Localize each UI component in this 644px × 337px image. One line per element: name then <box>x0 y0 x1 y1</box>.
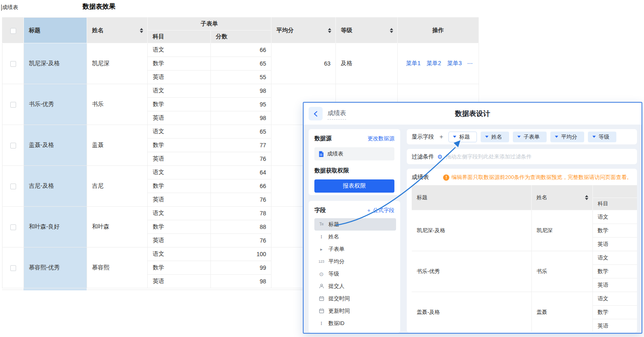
table-row: 盖聂-及格 盖聂 语文 <box>412 292 637 305</box>
col-header-title[interactable]: 标题 <box>24 18 87 43</box>
field-item-title[interactable]: T≡标题 <box>314 218 396 231</box>
grade-cell: 及格 <box>336 43 398 84</box>
field-item-grade[interactable]: ⊙等级 <box>314 268 396 280</box>
subject-cell: 英语 <box>592 237 637 251</box>
actions-cell: 菜单1菜单2菜单3⋯ <box>398 43 479 84</box>
sort-icon-name[interactable] <box>140 28 143 33</box>
back-button[interactable] <box>309 107 323 120</box>
filter-label: 过滤条件 <box>412 153 434 160</box>
subject-cell: 英语 <box>148 193 211 207</box>
fields-section-title: 字段 <box>314 207 326 214</box>
menu2-link[interactable]: 菜单2 <box>427 60 441 66</box>
chip-grade[interactable]: 等级 <box>588 132 616 142</box>
subject-cell: 数学 <box>148 179 211 193</box>
select-all-checkbox[interactable] <box>10 28 16 34</box>
subject-cell: 英语 <box>148 275 211 288</box>
name-cell: 和叶森 <box>87 207 148 247</box>
text-cursor <box>1 5 2 11</box>
report-permission-button[interactable]: 报表权限 <box>314 179 394 193</box>
more-actions-icon[interactable]: ⋯ <box>467 60 473 66</box>
subject-cell: 英语 <box>148 71 211 84</box>
score-cell: 95 <box>211 98 271 111</box>
datasource-item[interactable]: 成绩表 <box>314 147 394 160</box>
subject-cell: 语文 <box>592 251 637 264</box>
row-checkbox[interactable] <box>10 143 16 148</box>
chip-average[interactable]: 平均分 <box>550 132 584 142</box>
subject-cell: 语文 <box>148 166 211 179</box>
datasource-section-title: 数据源 <box>314 135 332 142</box>
preview-col-subject: 科目 <box>592 198 637 210</box>
field-item-update-time[interactable]: 更新时间 <box>314 305 396 317</box>
row-checkbox[interactable] <box>10 184 16 189</box>
subject-cell: 数学 <box>148 261 211 275</box>
radio-field-icon: ⊙ <box>318 271 325 277</box>
chevron-down-icon[interactable] <box>453 136 456 138</box>
expand-arrow-icon[interactable]: ▸ <box>318 247 325 252</box>
subject-cell: 语文 <box>148 84 211 98</box>
designer-table-name[interactable]: 成绩表 <box>328 109 346 120</box>
field-item-submit-time[interactable]: 提交时间 <box>314 292 396 305</box>
warning-icon: ! <box>443 174 449 181</box>
score-cell: 77 <box>211 139 271 152</box>
subject-cell: 语文 <box>592 210 637 224</box>
row-select-cell <box>2 125 24 166</box>
sort-icon-average[interactable] <box>328 28 331 33</box>
table-row: 书乐-优秀 书乐 语文 <box>412 251 637 264</box>
user-icon <box>318 283 325 290</box>
name-cell: 凯尼深 <box>87 43 148 84</box>
col-header-name[interactable]: 姓名 <box>87 18 148 43</box>
chip-title[interactable]: 标题 <box>448 132 477 142</box>
display-field-chips: 标题 姓名 子表单 平均分 等级 <box>448 132 616 142</box>
preview-col-title[interactable]: 标题 <box>412 185 531 210</box>
row-checkbox[interactable] <box>10 224 16 230</box>
add-formula-field-link[interactable]: ＋ 公式字段 <box>366 207 394 214</box>
calendar-icon <box>318 296 325 302</box>
col-header-average[interactable]: 平均分 <box>271 18 336 43</box>
chevron-down-icon[interactable] <box>485 136 488 138</box>
row-select-cell <box>2 247 24 288</box>
warning-text: 编辑界面只取数据源前200条作为查询数据预览，完整数据请访问页面查看。 <box>451 174 632 181</box>
change-datasource-link[interactable]: 更改数据源 <box>368 135 394 142</box>
sort-icon-name[interactable] <box>585 195 588 200</box>
score-cell: 100 <box>211 247 271 261</box>
title-cell: 书乐-优秀 <box>412 251 531 292</box>
row-checkbox[interactable] <box>10 265 16 271</box>
chip-name[interactable]: 姓名 <box>481 132 509 142</box>
chevron-down-icon[interactable] <box>517 136 521 138</box>
sort-icon-grade[interactable] <box>390 28 393 33</box>
menu3-link[interactable]: 菜单3 <box>447 60 462 66</box>
score-cell: 98 <box>211 84 271 98</box>
subject-cell: 数学 <box>148 57 211 71</box>
subject-cell: 数学 <box>148 98 211 111</box>
score-cell: 78 <box>211 207 271 220</box>
title-cell: 凯尼深-及格 <box>412 210 531 251</box>
subject-cell: 数学 <box>592 224 637 237</box>
preview-col-name[interactable]: 姓名 <box>531 185 592 210</box>
gear-icon[interactable]: ⚙ <box>437 153 443 160</box>
title-cell: 盖聂-及格 <box>24 125 87 166</box>
select-all-header <box>2 18 24 43</box>
field-item-name[interactable]: I姓名 <box>314 231 396 243</box>
field-item-submitter[interactable]: 提交人 <box>314 280 396 292</box>
document-icon <box>318 151 324 157</box>
subject-cell: 英语 <box>592 319 637 332</box>
row-checkbox[interactable] <box>10 102 16 108</box>
row-checkbox[interactable] <box>10 61 16 67</box>
fields-list: T≡标题 I姓名 ▸子表单 123平均分 ⊙等级 提交人 提交时间 更新时间 I… <box>314 218 396 330</box>
score-cell: 64 <box>211 166 271 179</box>
name-cell: 吉尼 <box>87 166 148 207</box>
designer-header: 数据表设计 成绩表 <box>304 103 642 125</box>
chip-subform[interactable]: 子表单 <box>513 132 547 142</box>
field-item-data-id[interactable]: I数据ID <box>314 317 396 330</box>
subject-cell: 语文 <box>148 247 211 261</box>
chevron-down-icon[interactable] <box>555 136 558 138</box>
field-item-subform[interactable]: ▸子表单 <box>314 243 396 255</box>
row-select-cell <box>2 166 24 207</box>
menu1-link[interactable]: 菜单1 <box>406 60 421 66</box>
col-header-grade[interactable]: 等级 <box>336 18 398 43</box>
add-display-field-button[interactable]: ＋ <box>438 133 444 141</box>
permission-section-title: 数据获取权限 <box>314 167 394 174</box>
name-cell: 书乐 <box>87 84 148 125</box>
chevron-down-icon[interactable] <box>592 136 596 138</box>
field-item-average[interactable]: 123平均分 <box>314 255 396 268</box>
